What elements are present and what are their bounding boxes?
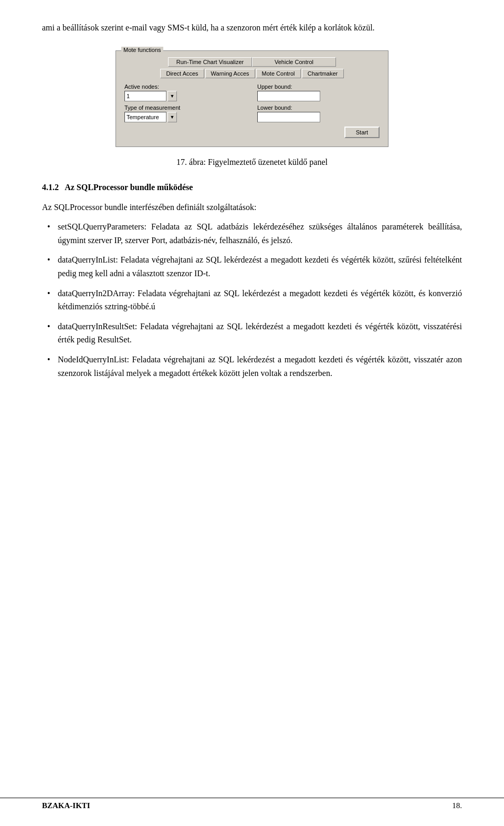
tab-vehicle-control[interactable]: Vehicle Control: [252, 57, 336, 67]
type-measurement-label: Type of measurement: [124, 104, 247, 111]
type-measurement-column: Type of measurement ▼: [124, 104, 247, 122]
figure-caption: 17. ábra: Figyelmeztető üzenetet küldő p…: [42, 158, 462, 167]
lower-bound-field-row: [257, 112, 380, 122]
section-number: 4.1.2: [42, 183, 59, 192]
upper-bound-column: Upper bound:: [257, 83, 380, 101]
section-title: Az SQLProcessor bundle működése: [65, 183, 193, 192]
panel-container: Mote functions Run-Time Chart Visualizer…: [42, 50, 462, 147]
list-item: setSQLQuerryParameters: Feladata az SQL …: [42, 220, 462, 247]
bullet-list: setSQLQuerryParameters: Feladata az SQL …: [42, 220, 462, 380]
panel-tabs-row2: Direct Acces Warning Acces Mote Control …: [124, 69, 380, 78]
list-item: dataQuerryInList: Feladata végrehajtani …: [42, 253, 462, 280]
tab-mote-control[interactable]: Mote Control: [256, 69, 301, 78]
lower-bound-input[interactable]: [257, 112, 320, 122]
page-footer: BZAKA-IKTI 18.: [0, 798, 504, 810]
list-item: dataQuerryIn2DArray: Feladata végrehajta…: [42, 287, 462, 313]
active-nodes-column: Active nodes: ▼: [124, 83, 247, 101]
list-item: NodeIdQuerryInList: Feladata végrehajtan…: [42, 353, 462, 380]
type-measurement-input[interactable]: [124, 112, 166, 122]
upper-bound-input[interactable]: [257, 91, 320, 101]
type-measurement-field-row: ▼: [124, 112, 247, 122]
active-nodes-dropdown[interactable]: ▼: [167, 91, 177, 101]
active-nodes-label: Active nodes:: [124, 83, 247, 90]
list-item: dataQuerryInResultSet: Feladata végrehaj…: [42, 320, 462, 347]
tab-chartmaker[interactable]: Chartmaker: [302, 69, 344, 78]
lower-bound-column: Lower bound:: [257, 104, 380, 122]
footer-left: BZAKA-IKTI: [42, 798, 90, 810]
tab-run-time-chart[interactable]: Run-Time Chart Visualizer: [168, 57, 252, 67]
upper-bound-field-row: [257, 91, 380, 101]
panel-title: Mote functions: [121, 47, 163, 53]
body-intro-text: Az SQLProcessor bundle interfészében def…: [42, 201, 462, 214]
active-nodes-field-row: ▼: [124, 91, 247, 101]
start-button[interactable]: Start: [344, 127, 380, 138]
section-title-space: [61, 183, 63, 192]
tab-direct-acces[interactable]: Direct Acces: [160, 69, 204, 78]
lower-bound-label: Lower bound:: [257, 104, 380, 111]
type-lower-row: Type of measurement ▼ Lower bound:: [124, 104, 380, 122]
section-heading: 4.1.2 Az SQLProcessor bundle működése: [42, 183, 462, 192]
upper-bound-label: Upper bound:: [257, 83, 380, 90]
type-measurement-dropdown[interactable]: ▼: [167, 112, 177, 122]
panel-body: Active nodes: ▼ Upper bound:: [124, 83, 380, 138]
active-nodes-input[interactable]: [124, 91, 166, 101]
tab-warning-acces[interactable]: Warning Acces: [205, 69, 255, 78]
intro-paragraph: ami a beállítások szerint e-mail vagy SM…: [42, 21, 462, 35]
panel-tabs-row1: Run-Time Chart Visualizer Vehicle Contro…: [124, 57, 380, 67]
active-upper-row: Active nodes: ▼ Upper bound:: [124, 83, 380, 101]
mote-panel: Mote functions Run-Time Chart Visualizer…: [116, 50, 388, 147]
footer-right: 18.: [452, 798, 462, 810]
